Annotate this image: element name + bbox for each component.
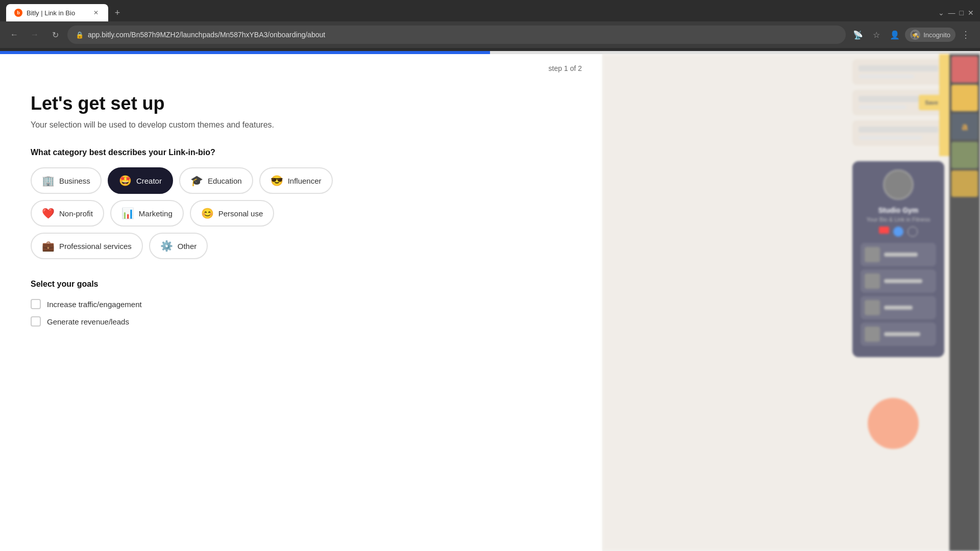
non-profit-label: Non-profit — [59, 209, 93, 218]
form-subtitle: Your selection will be used to develop c… — [31, 120, 378, 130]
goals-list: Increase traffic/engagement Generate rev… — [31, 299, 378, 327]
content-panel: step 1 of 2 Let's get set up Your select… — [0, 54, 602, 551]
category-non-profit[interactable]: ❤️ Non-profit — [31, 200, 104, 227]
tab-list-icon[interactable]: ⌄ — [938, 9, 944, 17]
forward-button[interactable]: → — [27, 27, 43, 43]
lock-icon: 🔒 — [76, 31, 84, 39]
nav-actions: 📡 ☆ 👤 🕵 Incognito ⋮ — [850, 27, 974, 43]
right-preview-panel: Studio Gym Your Bio & Link in Fitness — [602, 54, 980, 551]
thumb-4 — [951, 142, 978, 168]
category-professional-services[interactable]: 💼 Professional services — [31, 233, 143, 259]
tab-close-button[interactable]: ✕ — [92, 9, 100, 17]
bookmark-button[interactable]: ☆ — [868, 27, 885, 43]
goal-traffic[interactable]: Increase traffic/engagement — [31, 299, 378, 309]
maximize-button[interactable]: □ — [960, 9, 964, 17]
other-icon: ⚙️ — [160, 240, 173, 252]
thumb-5 — [951, 170, 978, 197]
personal-use-label: Personal use — [218, 209, 263, 218]
goal-revenue-checkbox[interactable] — [31, 316, 41, 327]
refresh-button[interactable]: ↻ — [47, 27, 63, 43]
other-label: Other — [178, 242, 197, 251]
browser-chrome: b Bitly | Link in Bio ✕ + ⌄ — □ ✕ ← → ↻ … — [0, 0, 980, 51]
personal-use-icon: 😊 — [201, 207, 213, 219]
marketing-label: Marketing — [139, 209, 173, 218]
creator-icon: 🤩 — [119, 174, 131, 187]
non-profit-icon: ❤️ — [42, 207, 54, 219]
goal-revenue-label: Generate revenue/leads — [47, 317, 129, 326]
category-personal-use[interactable]: 😊 Personal use — [190, 200, 275, 227]
professional-services-icon: 💼 — [42, 240, 54, 252]
tab-bar: b Bitly | Link in Bio ✕ + ⌄ — □ ✕ — [0, 0, 980, 21]
education-label: Education — [208, 177, 242, 185]
menu-button[interactable]: ⋮ — [958, 27, 974, 43]
incognito-indicator: 🕵 Incognito — [905, 28, 955, 42]
incognito-icon: 🕵 — [910, 30, 920, 40]
incognito-label: Incognito — [923, 31, 950, 39]
form-title: Let's get set up — [31, 93, 378, 114]
category-influencer[interactable]: 😎 Influencer — [259, 167, 333, 194]
thumb-3: a — [951, 113, 978, 140]
back-button[interactable]: ← — [6, 27, 22, 43]
goal-traffic-label: Increase traffic/engagement — [47, 300, 142, 309]
orange-circle-accent — [868, 398, 919, 449]
goal-revenue[interactable]: Generate revenue/leads — [31, 316, 378, 327]
tab-title: Bitly | Link in Bio — [27, 9, 88, 17]
business-label: Business — [59, 177, 90, 185]
influencer-label: Influencer — [288, 177, 322, 185]
form-content: Let's get set up Your selection will be … — [0, 83, 408, 347]
step-text: step 1 of 2 — [549, 64, 582, 72]
active-tab[interactable]: b Bitly | Link in Bio ✕ — [6, 4, 108, 21]
cast-button[interactable]: 📡 — [850, 27, 866, 43]
tab-controls: ⌄ — □ ✕ — [938, 9, 974, 17]
education-icon: 🎓 — [190, 174, 203, 187]
influencer-icon: 😎 — [271, 174, 283, 187]
thumb-1 — [951, 56, 978, 83]
url-text: app.bitly.com/Bn587h9MZH2/launchpads/Mn5… — [88, 31, 838, 39]
new-tab-button[interactable]: + — [110, 6, 125, 20]
category-question: What category best describes your Link-i… — [31, 148, 378, 157]
minimize-button[interactable]: — — [948, 9, 955, 17]
goals-label: Select your goals — [31, 280, 378, 289]
category-marketing[interactable]: 📊 Marketing — [110, 200, 184, 227]
category-business[interactable]: 🏢 Business — [31, 167, 102, 194]
thumb-2 — [951, 85, 978, 111]
marketing-icon: 📊 — [121, 207, 134, 219]
close-window-button[interactable]: ✕ — [968, 9, 974, 17]
main-area: step 1 of 2 Let's get set up Your select… — [0, 54, 980, 551]
creator-label: Creator — [136, 177, 162, 185]
save-preview-btn: Save — [919, 95, 944, 110]
step-indicator: step 1 of 2 — [0, 54, 602, 83]
tab-favicon: b — [14, 9, 22, 17]
goal-traffic-checkbox[interactable] — [31, 299, 41, 309]
thumbnail-strip: a — [949, 54, 980, 551]
address-bar[interactable]: 🔒 app.bitly.com/Bn587h9MZH2/launchpads/M… — [67, 26, 846, 44]
category-creator[interactable]: 🤩 Creator — [108, 167, 173, 194]
nav-bar: ← → ↻ 🔒 app.bitly.com/Bn587h9MZH2/launch… — [0, 21, 980, 48]
category-grid: 🏢 Business 🤩 Creator 🎓 Education 😎 Influ… — [31, 167, 378, 259]
profile-button[interactable]: 👤 — [887, 27, 903, 43]
category-other[interactable]: ⚙️ Other — [149, 233, 208, 259]
professional-services-label: Professional services — [59, 242, 132, 251]
category-education[interactable]: 🎓 Education — [179, 167, 253, 194]
business-icon: 🏢 — [42, 174, 54, 187]
